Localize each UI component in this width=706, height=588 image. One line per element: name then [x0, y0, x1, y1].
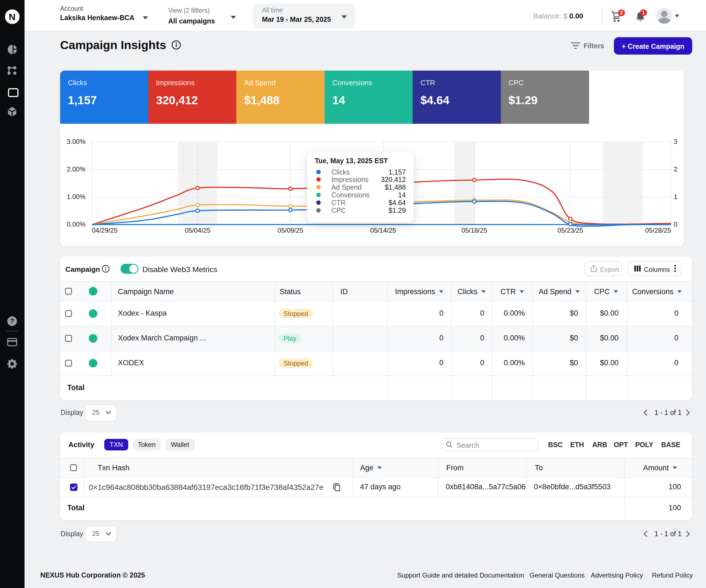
svg-text:?: ? [10, 317, 14, 325]
